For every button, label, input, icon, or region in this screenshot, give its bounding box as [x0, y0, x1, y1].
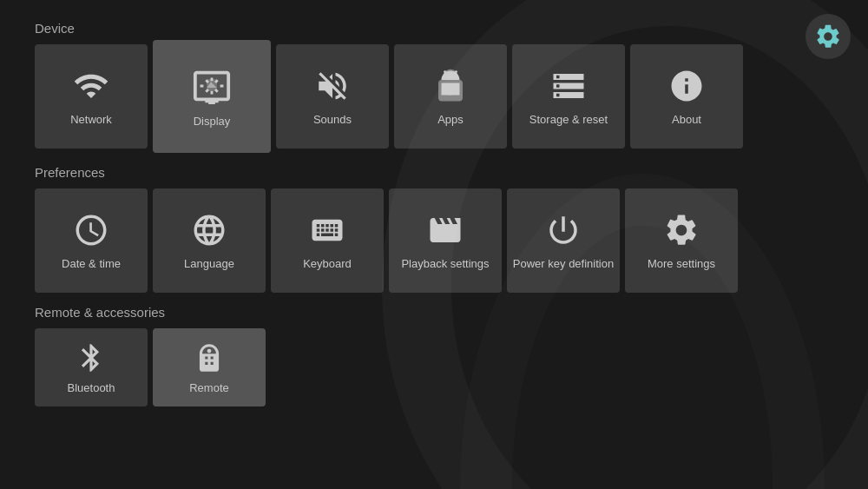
device-tiles-row: Network Display Sounds	[35, 44, 833, 153]
remote-tiles-row: Bluetooth Remote	[35, 328, 833, 406]
playback-tile[interactable]: Playback settings	[389, 188, 502, 293]
powerkey-tile[interactable]: Power key definition	[507, 188, 620, 293]
globe-icon	[191, 212, 227, 248]
bluetooth-icon	[75, 341, 108, 374]
language-tile[interactable]: Language	[153, 188, 266, 293]
device-section-label: Device	[35, 21, 833, 36]
keyboard-tile-label: Keyboard	[303, 257, 352, 270]
sounds-icon	[314, 68, 351, 104]
network-icon	[73, 68, 109, 104]
storage-tile[interactable]: Storage & reset	[512, 44, 625, 149]
preferences-section-label: Preferences	[35, 165, 833, 180]
svg-point-6	[207, 348, 212, 353]
moresettings-tile-label: More settings	[648, 257, 715, 270]
storage-icon	[550, 68, 587, 104]
remote-section-label: Remote & accessories	[35, 305, 833, 320]
apps-tile-label: Apps	[437, 113, 464, 126]
gear-button[interactable]	[806, 14, 851, 59]
svg-point-3	[454, 89, 457, 92]
gear-icon	[814, 23, 842, 50]
powerkey-tile-label: Power key definition	[513, 257, 614, 270]
keyboard-icon	[309, 212, 345, 248]
svg-line-5	[455, 70, 457, 74]
svg-line-4	[444, 70, 446, 74]
about-icon	[668, 68, 705, 104]
display-tile-label: Display	[194, 115, 231, 128]
keyboard-tile[interactable]: Keyboard	[271, 188, 384, 293]
datetime-tile-label: Date & time	[62, 257, 121, 270]
about-tile[interactable]: About	[630, 44, 743, 149]
moresettings-icon	[663, 212, 700, 248]
sounds-tile[interactable]: Sounds	[276, 44, 389, 149]
bluetooth-tile-label: Bluetooth	[68, 381, 115, 394]
display-icon	[192, 66, 232, 106]
storage-tile-label: Storage & reset	[529, 113, 608, 126]
apps-tile[interactable]: Apps	[394, 44, 507, 149]
remote-tile[interactable]: Remote	[153, 328, 266, 406]
sounds-tile-label: Sounds	[313, 113, 352, 126]
datetime-tile[interactable]: Date & time	[35, 188, 148, 293]
main-content: Device Network Display Sounds	[0, 0, 868, 424]
playback-icon	[427, 212, 464, 248]
clock-icon	[73, 212, 109, 248]
svg-point-2	[444, 89, 448, 92]
moresettings-tile[interactable]: More settings	[625, 188, 738, 293]
display-tile[interactable]: Display	[153, 40, 271, 153]
language-tile-label: Language	[184, 257, 234, 270]
network-tile[interactable]: Network	[35, 44, 148, 149]
apps-icon	[432, 68, 469, 104]
power-icon	[545, 212, 582, 248]
preferences-tiles-row: Date & time Language Keyboard Playback s…	[35, 188, 833, 293]
remote-tile-label: Remote	[189, 381, 229, 394]
remote-icon	[193, 341, 226, 374]
about-tile-label: About	[672, 113, 701, 126]
bluetooth-tile[interactable]: Bluetooth	[35, 328, 148, 406]
playback-tile-label: Playback settings	[401, 257, 489, 270]
network-tile-label: Network	[70, 113, 112, 126]
